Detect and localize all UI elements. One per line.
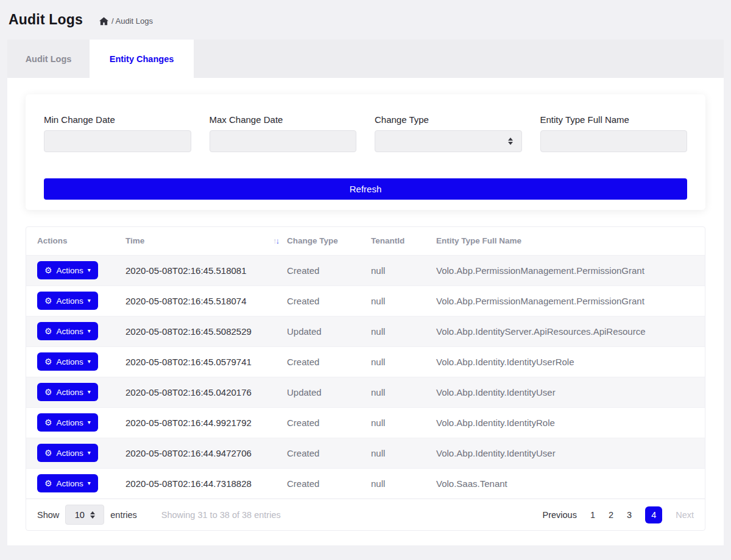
caret-down-icon: ▾ <box>88 298 91 304</box>
max-change-date-input[interactable] <box>210 130 357 152</box>
row-actions-button[interactable]: ⚙Actions▾ <box>37 413 98 432</box>
home-icon[interactable] <box>99 17 108 26</box>
gear-icon: ⚙ <box>44 449 52 457</box>
breadcrumb-path: / Audit Logs <box>111 16 153 26</box>
filter-entity-type-full-name: Entity Type Full Name <box>540 114 688 152</box>
table-row: ⚙Actions▾ 2020-05-08T02:16:44.9921792 Cr… <box>26 407 705 438</box>
cell-tenantid: null <box>371 407 436 438</box>
pagination-page-4-active[interactable]: 4 <box>645 506 662 523</box>
cell-tenantid: null <box>371 346 436 377</box>
cell-entity-type: Volo.Saas.Tenant <box>436 468 705 499</box>
cell-entity-type: Volo.Abp.Identity.IdentityRole <box>436 407 705 438</box>
table-row: ⚙Actions▾ 2020-05-08T02:16:44.9472706 Cr… <box>26 438 705 468</box>
cell-entity-type: Volo.Abp.Identity.IdentityUser <box>436 438 705 468</box>
change-type-label: Change Type <box>375 114 522 125</box>
row-actions-button[interactable]: ⚙Actions▾ <box>37 292 98 310</box>
column-header-actions: Actions <box>26 227 125 255</box>
row-actions-button[interactable]: ⚙Actions▾ <box>37 474 98 492</box>
gear-icon: ⚙ <box>44 296 52 305</box>
caret-down-icon: ▾ <box>88 359 91 365</box>
caret-down-icon: ▾ <box>88 328 91 334</box>
row-actions-button[interactable]: ⚙Actions▾ <box>37 352 98 371</box>
show-label: Show <box>37 510 59 520</box>
cell-entity-type: Volo.Abp.PermissionManagement.Permission… <box>436 285 705 316</box>
cell-time: 2020-05-08T02:16:45.0420176 <box>125 377 287 407</box>
pagination-previous[interactable]: Previous <box>543 510 577 520</box>
row-actions-button[interactable]: ⚙Actions▾ <box>37 444 98 462</box>
refresh-button[interactable]: Refresh <box>44 178 687 200</box>
caret-down-icon: ▾ <box>88 389 91 395</box>
cell-change-type: Created <box>287 285 371 316</box>
gear-icon: ⚙ <box>44 266 52 275</box>
row-actions-button[interactable]: ⚙Actions▾ <box>37 383 98 401</box>
filter-min-change-date: Min Change Date <box>44 114 191 152</box>
cell-change-type: Created <box>287 468 371 499</box>
caret-down-icon: ▾ <box>88 419 91 425</box>
pagination-page-2[interactable]: 2 <box>609 510 613 520</box>
entity-type-full-name-label: Entity Type Full Name <box>540 114 688 125</box>
page-size-select[interactable]: 10 <box>65 505 104 525</box>
min-change-date-input[interactable] <box>44 130 191 152</box>
change-type-select[interactable] <box>375 130 522 152</box>
table-row: ⚙Actions▾ 2020-05-08T02:16:45.0579741 Cr… <box>26 346 705 377</box>
cell-tenantid: null <box>371 255 436 285</box>
page-title: Audit Logs <box>9 12 83 28</box>
entries-label: entries <box>110 510 137 520</box>
cell-entity-type: Volo.Abp.Identity.IdentityUser <box>436 377 705 407</box>
column-header-time[interactable]: Time ↑↓ <box>125 227 287 255</box>
table-footer: Show 10 entries Showing 31 to 38 of 38 e… <box>26 499 705 530</box>
table-row: ⚙Actions▾ 2020-05-08T02:16:45.0420176 Up… <box>26 377 705 407</box>
pagination-page-1[interactable]: 1 <box>590 510 595 520</box>
pagination-page-3[interactable]: 3 <box>627 510 632 520</box>
page-size-value: 10 <box>75 510 85 520</box>
column-header-entity-type-full-name[interactable]: Entity Type Full Name <box>436 227 705 255</box>
cell-tenantid: null <box>371 438 436 468</box>
filter-card: Min Change Date Max Change Date Change T… <box>26 94 705 210</box>
tab-audit-logs[interactable]: Audit Logs <box>7 40 90 78</box>
cell-change-type: Created <box>287 438 371 468</box>
showing-entries-text: Showing 31 to 38 of 38 entries <box>161 510 281 520</box>
row-actions-button[interactable]: ⚙Actions▾ <box>37 261 98 279</box>
cell-change-type: Updated <box>287 377 371 407</box>
cell-time: 2020-05-08T02:16:45.0579741 <box>125 346 287 377</box>
gear-icon: ⚙ <box>44 357 52 366</box>
row-actions-button[interactable]: ⚙Actions▾ <box>37 322 98 340</box>
table-row: ⚙Actions▾ 2020-05-08T02:16:45.518081 Cre… <box>26 255 705 285</box>
column-header-change-type[interactable]: Change Type <box>287 227 371 255</box>
pagination-next: Next <box>676 510 694 520</box>
cell-entity-type: Volo.Abp.IdentityServer.ApiResources.Api… <box>436 316 705 346</box>
gear-icon: ⚙ <box>44 418 52 427</box>
cell-change-type: Created <box>287 407 371 438</box>
gear-icon: ⚙ <box>44 327 52 335</box>
filter-max-change-date: Max Change Date <box>210 114 357 152</box>
caret-down-icon: ▾ <box>88 267 91 273</box>
cell-change-type: Created <box>287 346 371 377</box>
entity-changes-table-card: Actions Time ↑↓ Change Type TenantId Ent… <box>26 226 705 531</box>
cell-tenantid: null <box>371 316 436 346</box>
table-header-row: Actions Time ↑↓ Change Type TenantId Ent… <box>26 227 705 255</box>
cell-change-type: Updated <box>287 316 371 346</box>
caret-down-icon: ▾ <box>88 450 91 456</box>
entity-type-full-name-input[interactable] <box>540 130 688 152</box>
gear-icon: ⚙ <box>44 388 52 396</box>
table-row: ⚙Actions▾ 2020-05-08T02:16:45.518074 Cre… <box>26 285 705 316</box>
cell-entity-type: Volo.Abp.Identity.IdentityUserRole <box>436 346 705 377</box>
cell-entity-type: Volo.Abp.PermissionManagement.Permission… <box>436 255 705 285</box>
content-card: Min Change Date Max Change Date Change T… <box>7 78 724 545</box>
pagination: Previous 1 2 3 4 Next <box>543 506 694 523</box>
min-change-date-label: Min Change Date <box>44 114 191 125</box>
cell-time: 2020-05-08T02:16:44.9472706 <box>125 438 287 468</box>
max-change-date-label: Max Change Date <box>210 114 357 125</box>
caret-down-icon: ▾ <box>88 480 91 486</box>
tab-strip: Audit Logs Entity Changes <box>7 40 724 78</box>
table-row: ⚙Actions▾ 2020-05-08T02:16:45.5082529 Up… <box>26 316 705 346</box>
gear-icon: ⚙ <box>44 479 52 488</box>
column-header-tenantid[interactable]: TenantId <box>371 227 436 255</box>
tab-entity-changes[interactable]: Entity Changes <box>90 40 194 78</box>
entity-changes-table: Actions Time ↑↓ Change Type TenantId Ent… <box>26 227 705 499</box>
cell-change-type: Created <box>287 255 371 285</box>
cell-tenantid: null <box>371 285 436 316</box>
select-updown-icon <box>90 511 95 519</box>
cell-time: 2020-05-08T02:16:45.5082529 <box>125 316 287 346</box>
breadcrumb: / Audit Logs <box>99 16 153 26</box>
